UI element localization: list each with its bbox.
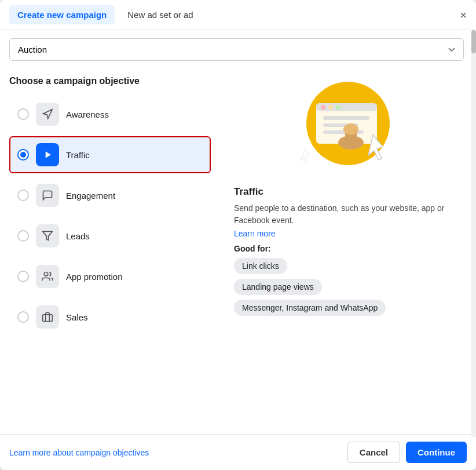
awareness-label: Awareness <box>66 110 109 119</box>
svg-point-1 <box>44 272 48 276</box>
radio-app-promotion[interactable] <box>17 271 29 282</box>
tab-new-adset[interactable]: New ad set or ad <box>119 5 201 24</box>
dropdown-row: Auction Reach and Frequency <box>0 30 476 67</box>
objective-engagement[interactable]: Engagement <box>9 177 211 214</box>
cancel-button[interactable]: Cancel <box>347 442 400 463</box>
tag-landing-page: Landing page views <box>234 279 322 295</box>
modal-header: Create new campaign New ad set or ad × <box>0 0 476 30</box>
continue-button[interactable]: Continue <box>406 442 467 463</box>
traffic-info-desc: Send people to a destination, such as yo… <box>234 202 462 227</box>
svg-point-6 <box>321 105 325 110</box>
modal-container: Create new campaign New ad set or ad × A… <box>0 0 476 470</box>
radio-sales[interactable] <box>17 311 29 323</box>
radio-awareness[interactable] <box>17 108 29 120</box>
awareness-icon-box <box>36 103 59 126</box>
tag-messenger: Messenger, Instagram and WhatsApp <box>234 300 386 316</box>
section-title: Choose a campaign objective <box>9 76 211 86</box>
footer-learn-more-link[interactable]: Learn more about campaign objectives <box>9 448 149 457</box>
svg-marker-0 <box>43 232 53 241</box>
good-for-label: Good for: <box>234 244 271 253</box>
app-promotion-label: App promotion <box>66 272 123 282</box>
traffic-illustration <box>284 78 412 177</box>
objective-app-promotion[interactable]: App promotion <box>9 258 211 295</box>
radio-leads[interactable] <box>17 230 29 242</box>
traffic-icon-box <box>36 143 59 166</box>
svg-rect-9 <box>323 116 369 120</box>
objective-sales[interactable]: Sales <box>9 298 211 336</box>
scrollbar-thumb[interactable] <box>471 30 476 53</box>
engagement-label: Engagement <box>66 191 115 201</box>
engagement-icon-box <box>36 184 59 207</box>
traffic-info-title: Traffic <box>234 186 263 198</box>
tag-link-clicks: Link clicks <box>234 258 287 274</box>
modal-footer: Learn more about campaign objectives Can… <box>0 434 476 470</box>
svg-point-8 <box>336 105 340 110</box>
left-panel: Choose a campaign objective Awareness <box>0 67 220 434</box>
leads-label: Leads <box>66 231 90 241</box>
leads-icon-box <box>36 224 59 247</box>
footer-buttons: Cancel Continue <box>347 442 467 463</box>
svg-point-7 <box>328 105 333 110</box>
radio-traffic[interactable] <box>17 149 29 161</box>
tab-create-campaign[interactable]: Create new campaign <box>9 5 115 24</box>
objective-leads[interactable]: Leads <box>9 217 211 254</box>
app-promotion-icon-box <box>36 265 59 288</box>
objective-list: Awareness Traffic <box>9 96 211 336</box>
objective-awareness[interactable]: Awareness <box>9 96 211 133</box>
objective-traffic[interactable]: Traffic <box>9 136 211 173</box>
buying-type-select[interactable]: Auction Reach and Frequency <box>9 38 464 61</box>
scrollbar-track <box>471 30 476 438</box>
svg-marker-16 <box>300 150 309 164</box>
right-panel: Traffic Send people to a destination, su… <box>220 67 476 434</box>
sales-icon-box <box>36 305 59 329</box>
traffic-label: Traffic <box>66 150 90 160</box>
sales-label: Sales <box>66 312 88 322</box>
svg-rect-2 <box>43 315 53 322</box>
svg-point-14 <box>343 123 358 135</box>
traffic-learn-more-link[interactable]: Learn more <box>234 229 276 238</box>
modal-body: Choose a campaign objective Awareness <box>0 67 476 434</box>
close-button[interactable]: × <box>460 9 467 21</box>
radio-engagement[interactable] <box>17 190 29 201</box>
